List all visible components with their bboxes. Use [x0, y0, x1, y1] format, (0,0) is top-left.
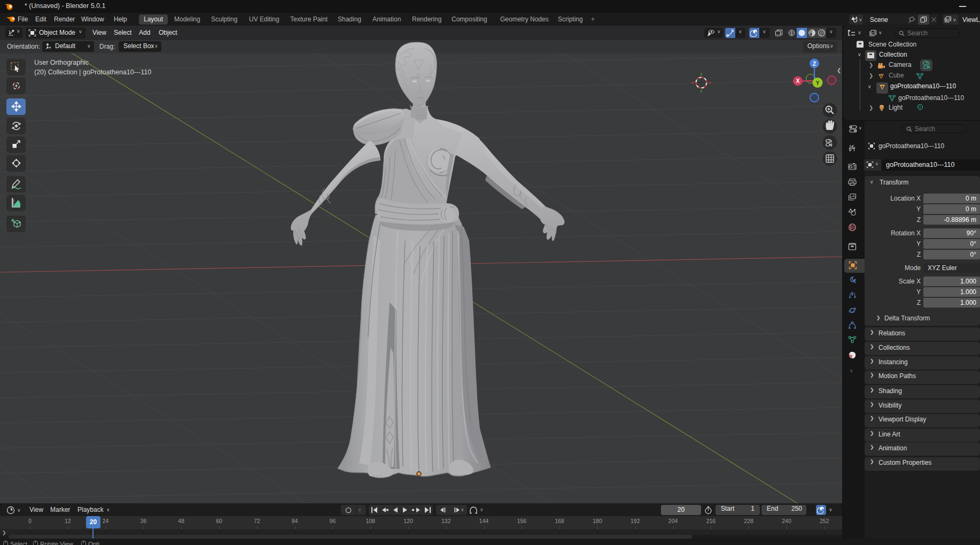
svg-text:Z: Z [813, 61, 816, 67]
svg-text:Y: Y [816, 80, 820, 86]
svg-text:❮: ❮ [837, 67, 841, 74]
svg-text:(20) Collection | goProtoathen: (20) Collection | goProtoathena10---110 [34, 68, 151, 76]
svg-text:X: X [796, 78, 800, 84]
svg-text:User Orthographic: User Orthographic [34, 59, 89, 66]
